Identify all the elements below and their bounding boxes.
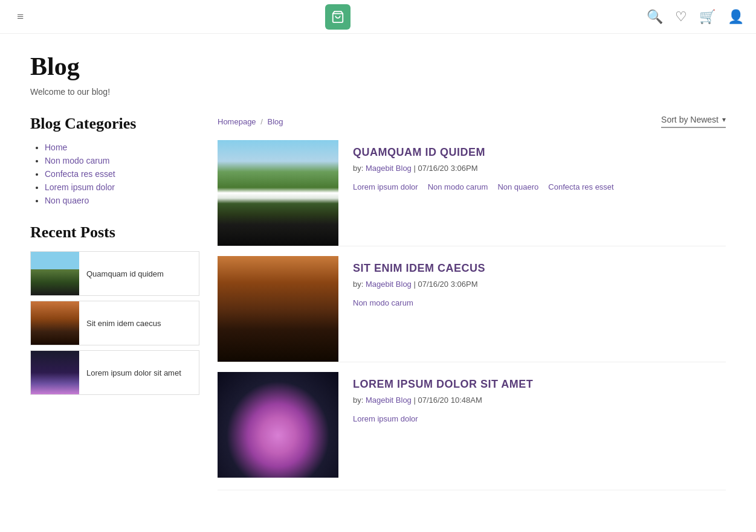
post-image-2[interactable] (218, 256, 338, 362)
post-meta-3: by: Magebit Blog | 07/16/20 10:48AM (353, 396, 726, 405)
post-image-flower (218, 372, 338, 478)
blog-header-row: Homepage / Blog Sort by Newest ▾ (218, 115, 726, 128)
categories-title: Blog Categories (30, 115, 199, 133)
blog-main: Homepage / Blog Sort by Newest ▾ (218, 115, 726, 490)
recent-post-item[interactable]: Sit enim idem caecus (30, 301, 199, 345)
category-link-home[interactable]: Home (45, 143, 67, 152)
post-content-2: SIT ENIM IDEM CAECUS by: Magebit Blog | … (353, 256, 726, 362)
header-center (325, 4, 351, 30)
menu-icon[interactable]: ≡ (12, 5, 28, 28)
logo-icon (331, 10, 344, 24)
list-item: Home (45, 143, 199, 152)
blog-post-card: SIT ENIM IDEM CAECUS by: Magebit Blog | … (218, 246, 726, 362)
sort-dropdown[interactable]: Sort by Newest ▾ (661, 115, 726, 128)
post-author-2: Magebit Blog (366, 280, 412, 289)
category-link-lorem[interactable]: Lorem ipsum dolor (45, 182, 115, 192)
post-content-3: LOREM IPSUM DOLOR SIT AMET by: Magebit B… (353, 372, 726, 478)
post-date-2: 07/16/20 3:06PM (418, 280, 477, 289)
breadcrumb-current: Blog (267, 117, 283, 126)
post-title-3[interactable]: LOREM IPSUM DOLOR SIT AMET (353, 378, 726, 391)
recent-post-item[interactable]: Quamquam id quidem (30, 251, 199, 296)
post-date-3: 07/16/20 10:48AM (418, 396, 482, 405)
list-item: Lorem ipsum dolor (45, 182, 199, 192)
recent-post-thumb-2 (31, 301, 79, 345)
recent-post-title-1: Quamquam id quidem (79, 252, 171, 295)
sidebar: Blog Categories Home Non modo carum Conf… (30, 115, 199, 490)
site-header: ≡ 🔍 ♡ 🛒 👤 (0, 0, 756, 34)
post-title-1[interactable]: QUAMQUAM ID QUIDEM (353, 146, 726, 159)
post-meta-1: by: Magebit Blog | 07/16/20 3:06PM (353, 164, 726, 173)
blog-posts-list: QUAMQUAM ID QUIDEM by: Magebit Blog | 07… (218, 140, 726, 490)
post-tags-1: Lorem ipsum dolor Non modo carum Non qua… (353, 182, 726, 191)
category-link-confecta[interactable]: Confecta res esset (45, 169, 115, 179)
tag[interactable]: Non modo carum (428, 182, 488, 191)
recent-post-thumb-1 (31, 252, 79, 295)
page-title: Blog (30, 52, 726, 81)
post-content-1: QUAMQUAM ID QUIDEM by: Magebit Blog | 07… (353, 140, 726, 246)
category-link-non-quaero[interactable]: Non quaero (45, 196, 89, 205)
post-date-1: 07/16/20 3:06PM (418, 164, 477, 173)
tag[interactable]: Lorem ipsum dolor (353, 182, 418, 191)
recent-post-thumb-3 (31, 351, 79, 394)
wishlist-icon[interactable]: ♡ (675, 9, 687, 25)
categories-list: Home Non modo carum Confecta res esset L… (30, 143, 199, 205)
list-item: Non modo carum (45, 156, 199, 165)
post-tags-3: Lorem ipsum dolor (353, 414, 726, 423)
post-image-3[interactable] (218, 372, 338, 478)
post-meta-2: by: Magebit Blog | 07/16/20 3:06PM (353, 280, 726, 289)
post-author-3: Magebit Blog (366, 396, 412, 405)
header-left: ≡ (12, 5, 28, 28)
tag[interactable]: Non modo carum (353, 298, 413, 307)
tag[interactable]: Confecta res esset (548, 182, 613, 191)
sort-label: Sort by Newest (661, 115, 719, 124)
category-link-non-modo[interactable]: Non modo carum (45, 156, 109, 165)
recent-posts-title: Recent Posts (30, 223, 199, 242)
blog-post-card: QUAMQUAM ID QUIDEM by: Magebit Blog | 07… (218, 140, 726, 246)
post-image-bar (218, 256, 338, 362)
recent-post-title-2: Sit enim idem caecus (79, 301, 169, 345)
blog-post-card: LOREM IPSUM DOLOR SIT AMET by: Magebit B… (218, 362, 726, 490)
account-icon[interactable]: 👤 (728, 9, 744, 25)
recent-post-title-3: Lorem ipsum dolor sit amet (79, 351, 189, 394)
sort-arrow-icon: ▾ (722, 115, 726, 124)
header-right: 🔍 ♡ 🛒 👤 (647, 9, 744, 25)
page-content: Blog Welcome to our blog! Blog Categorie… (0, 34, 756, 508)
page-subtitle: Welcome to our blog! (30, 87, 726, 97)
post-image-mountain (218, 140, 338, 246)
breadcrumb-separator: / (260, 117, 265, 126)
search-icon[interactable]: 🔍 (647, 9, 663, 25)
tag[interactable]: Lorem ipsum dolor (353, 414, 418, 423)
breadcrumb: Homepage / Blog (218, 117, 283, 126)
post-title-2[interactable]: SIT ENIM IDEM CAECUS (353, 262, 726, 275)
cart-icon[interactable]: 🛒 (699, 9, 716, 25)
main-layout: Blog Categories Home Non modo carum Conf… (30, 115, 726, 490)
post-image-1[interactable] (218, 140, 338, 246)
breadcrumb-home[interactable]: Homepage (218, 117, 256, 126)
post-author-1: Magebit Blog (366, 164, 412, 173)
sidebar-categories: Blog Categories Home Non modo carum Conf… (30, 115, 199, 205)
list-item: Confecta res esset (45, 169, 199, 179)
logo[interactable] (325, 4, 351, 30)
tag[interactable]: Non quaero (497, 182, 538, 191)
recent-post-item[interactable]: Lorem ipsum dolor sit amet (30, 350, 199, 395)
post-tags-2: Non modo carum (353, 298, 726, 307)
list-item: Non quaero (45, 196, 199, 205)
sidebar-recent-posts: Recent Posts Quamquam id quidem Sit enim… (30, 223, 199, 395)
